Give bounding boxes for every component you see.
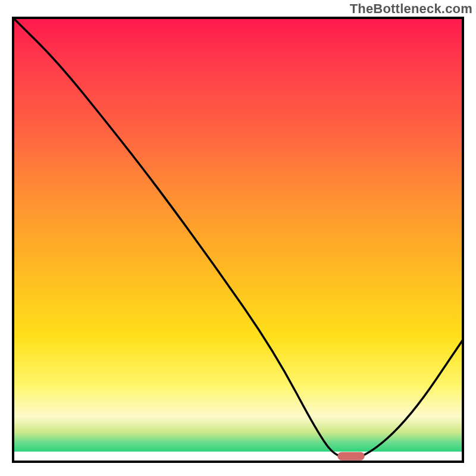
plot-area <box>12 17 464 463</box>
watermark-text: TheBottleneck.com <box>350 1 472 17</box>
chart-stage: TheBottleneck.com <box>0 0 476 476</box>
